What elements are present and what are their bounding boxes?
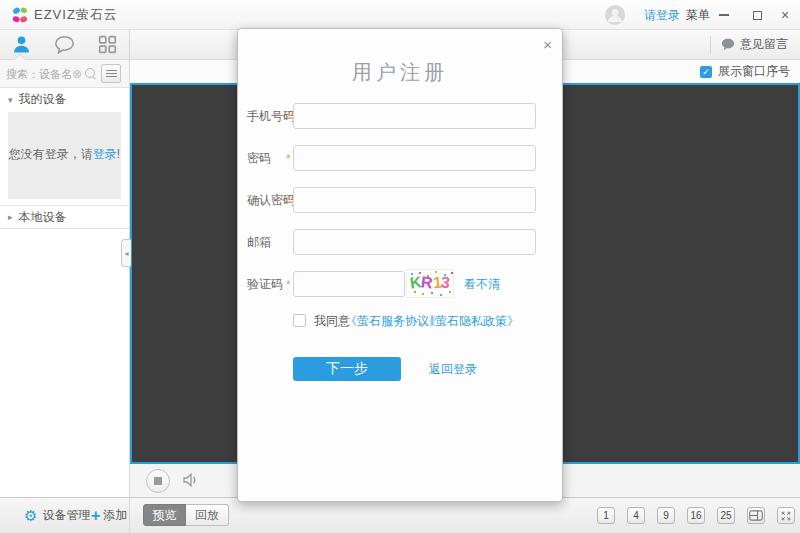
layout-1-button[interactable]: 1 xyxy=(597,507,615,524)
person-icon xyxy=(11,34,32,55)
device-tree: ▾ 我的设备 您没有登录，请登录! ▸ 本地设备 xyxy=(0,88,129,497)
caret-right-icon: ▸ xyxy=(8,212,13,222)
confirm-password-input[interactable] xyxy=(293,187,536,213)
tab-playback[interactable]: 回放 xyxy=(186,504,229,526)
sidebar-collapse-handle[interactable]: ◂ xyxy=(121,239,131,267)
tab-messages[interactable] xyxy=(43,30,86,59)
custom-layout-button[interactable] xyxy=(747,507,765,524)
user-avatar-icon xyxy=(605,5,625,25)
sidebar-tabs xyxy=(0,30,129,60)
plus-icon: + xyxy=(91,508,100,524)
show-window-number-checkbox[interactable]: ✓ xyxy=(700,66,712,78)
layout-16-button[interactable]: 16 xyxy=(687,507,705,524)
captcha-input[interactable] xyxy=(293,271,405,297)
device-management-label: 设备管理 xyxy=(42,498,90,533)
menu-lines-icon xyxy=(106,70,117,71)
layout-9-button[interactable]: 9 xyxy=(657,507,675,524)
search-icon[interactable] xyxy=(84,67,97,80)
local-devices-label: 本地设备 xyxy=(19,209,67,226)
layout-4-button[interactable]: 4 xyxy=(627,507,645,524)
feedback-label: 意见留言 xyxy=(740,36,788,53)
agree-checkbox[interactable] xyxy=(293,314,306,327)
maximize-icon xyxy=(753,11,762,20)
my-devices-label: 我的设备 xyxy=(19,91,67,108)
dialog-title: 用户注册 xyxy=(238,59,562,86)
required-mark: * xyxy=(286,272,291,298)
maximize-button[interactable] xyxy=(744,0,770,30)
collapse-arrow-icon: ◂ xyxy=(124,249,128,258)
captcha-field-row: 验证码 * K R 1 3 看不清 xyxy=(238,271,562,297)
chat-bubble-icon xyxy=(54,35,75,54)
layout-buttons: 1 4 9 16 25 xyxy=(597,507,795,524)
device-search-bar: ⊗ xyxy=(0,60,129,88)
captcha-label: 验证码 xyxy=(247,271,283,297)
app-title: EZVIZ萤石云 xyxy=(34,0,118,30)
feedback-button[interactable]: 意见留言 xyxy=(721,36,788,53)
ezviz-logo-icon xyxy=(11,6,29,24)
agreement-row: 我同意 《萤石服务协议》 《萤石隐私政策》 xyxy=(238,313,562,329)
bottom-bar: ⚙ 设备管理 + 添加 预览 回放 1 4 9 16 25 xyxy=(0,497,800,533)
phone-field-row: 手机号码 * xyxy=(238,103,562,129)
back-to-login-link[interactable]: 返回登录 xyxy=(429,357,477,381)
gear-icon: ⚙ xyxy=(24,498,37,533)
add-label: 添加 xyxy=(103,498,127,533)
list-menu-button[interactable] xyxy=(101,64,121,83)
login-notice: 您没有登录，请登录! xyxy=(8,112,121,199)
stop-icon xyxy=(154,477,162,485)
my-devices-group[interactable]: ▾ 我的设备 xyxy=(0,88,129,111)
password-field-row: 密码 * xyxy=(238,145,562,171)
next-step-button[interactable]: 下一步 xyxy=(293,357,401,381)
close-icon: × xyxy=(543,36,552,53)
avatar[interactable] xyxy=(605,5,625,25)
minimize-icon xyxy=(719,14,729,16)
check-icon: ✓ xyxy=(702,67,710,77)
split-layout-icon xyxy=(749,510,763,521)
phone-input[interactable] xyxy=(293,103,536,129)
captcha-image[interactable]: K R 1 3 xyxy=(406,269,454,298)
add-device-button[interactable]: + 添加 xyxy=(91,498,127,533)
required-mark: * xyxy=(286,188,291,214)
email-label: 邮箱 xyxy=(247,229,271,255)
login-notice-link[interactable]: 登录 xyxy=(93,147,117,161)
dialog-close-button[interactable]: × xyxy=(543,36,552,53)
confirm-password-field-row: 确认密码 * xyxy=(238,187,562,213)
tab-preview[interactable]: 预览 xyxy=(143,504,186,526)
login-notice-text: 您没有登录，请 xyxy=(9,147,93,161)
show-window-number-label: 展示窗口序号 xyxy=(718,63,790,80)
email-input[interactable] xyxy=(293,229,536,255)
caret-down-icon: ▾ xyxy=(8,95,13,105)
required-mark: * xyxy=(286,104,291,130)
tab-gallery[interactable] xyxy=(86,30,129,59)
speaker-icon xyxy=(182,472,200,488)
required-mark: * xyxy=(286,146,291,172)
minimize-button[interactable] xyxy=(711,0,737,30)
password-input[interactable] xyxy=(293,145,536,171)
email-field-row: 邮箱 xyxy=(238,229,562,255)
stop-button[interactable] xyxy=(146,469,170,493)
volume-button[interactable] xyxy=(182,472,200,491)
privacy-policy-link[interactable]: 《萤石隐私政策》 xyxy=(423,313,519,329)
layout-25-button[interactable]: 25 xyxy=(717,507,735,524)
titlebar: EZVIZ萤石云 请登录 菜单 × xyxy=(0,0,800,30)
sidebar: ⊗ ▾ 我的设备 您没有登录，请登录! ▸ 本地设备 xyxy=(0,30,130,497)
fullscreen-icon xyxy=(780,510,792,522)
sidebar-footer: ⚙ 设备管理 + 添加 xyxy=(0,498,130,533)
local-devices-group[interactable]: ▸ 本地设备 xyxy=(0,205,129,229)
register-dialog: × 用户注册 手机号码 * 密码 * 确认密码 * 邮箱 验证码 * K R 1… xyxy=(237,28,563,502)
close-window-button[interactable]: × xyxy=(772,0,798,30)
titlebar-menu-button[interactable]: 菜单 xyxy=(686,0,710,30)
fullscreen-button[interactable] xyxy=(777,507,795,524)
password-label: 密码 xyxy=(247,145,271,171)
captcha-refresh-link[interactable]: 看不清 xyxy=(464,271,500,297)
search-input[interactable] xyxy=(6,68,72,80)
close-icon: × xyxy=(781,7,789,23)
grid-icon xyxy=(98,35,117,54)
titlebar-login-link[interactable]: 请登录 xyxy=(644,0,680,30)
clear-search-icon[interactable]: ⊗ xyxy=(72,67,82,81)
toolbar-divider xyxy=(710,36,711,54)
feedback-bubble-icon xyxy=(721,38,735,51)
mode-switcher: 预览 回放 xyxy=(143,504,229,526)
device-management-button[interactable]: ⚙ 设备管理 xyxy=(24,498,90,533)
